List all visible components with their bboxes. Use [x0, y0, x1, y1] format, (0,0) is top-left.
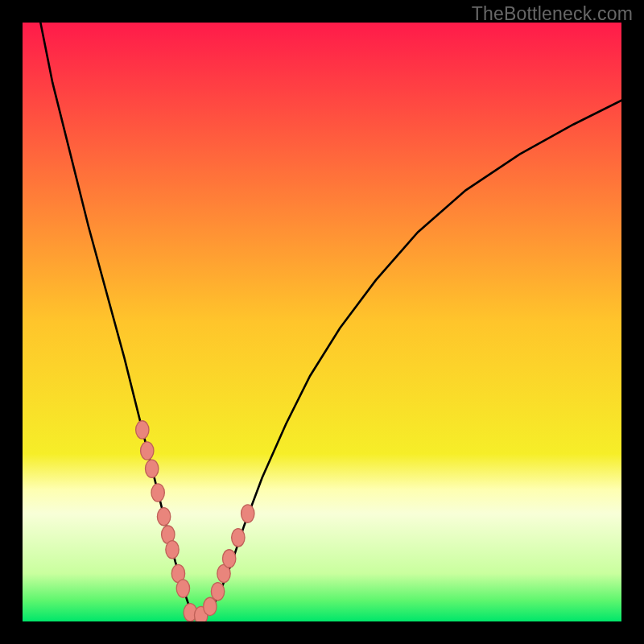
highlighted-point — [204, 597, 217, 615]
highlighted-point — [166, 541, 179, 559]
highlighted-point — [176, 580, 189, 597]
highlighted-point — [222, 550, 235, 568]
highlighted-point — [141, 442, 154, 460]
chart-frame: TheBottleneck.com — [0, 0, 644, 644]
highlighted-point — [136, 421, 149, 439]
highlighted-point — [151, 484, 164, 502]
highlighted-point — [157, 508, 170, 526]
highlighted-point — [232, 529, 245, 547]
watermark-text: TheBottleneck.com — [472, 3, 633, 25]
chart-canvas — [23, 23, 621, 621]
highlighted-point — [242, 505, 254, 522]
gradient-background — [23, 23, 621, 621]
plot-area — [23, 23, 621, 621]
highlighted-point — [146, 460, 159, 477]
highlighted-point — [211, 583, 224, 601]
